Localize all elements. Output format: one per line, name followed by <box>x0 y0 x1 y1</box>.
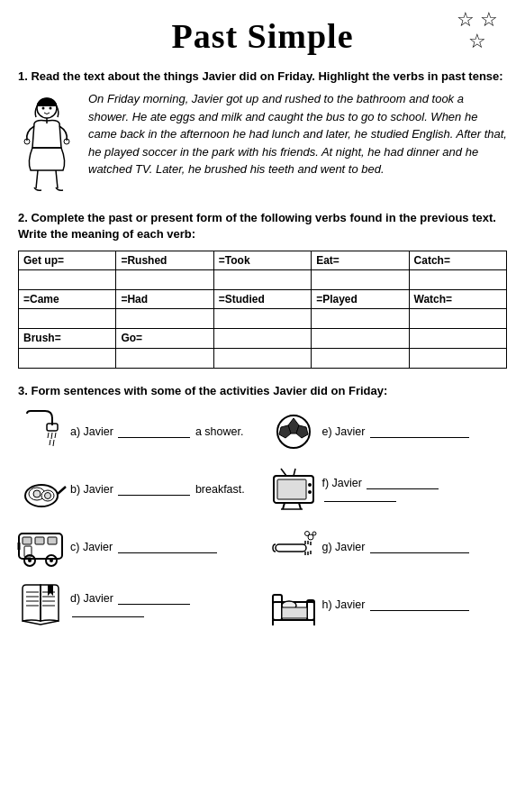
verb-answer-2-1[interactable] <box>19 308 116 328</box>
section2-label: 2. Complete the past or present form of … <box>18 210 507 242</box>
svg-point-52 <box>304 531 309 535</box>
svg-marker-17 <box>296 425 308 438</box>
activity-g-text: g) Javier <box>322 541 508 553</box>
page-header: ☆ ☆☆ Past Simple <box>18 9 507 56</box>
tv-icon <box>270 466 317 513</box>
verb-answer-3-1[interactable] <box>19 348 116 368</box>
verb-table: Get up= =Rushed =Took Eat= Catch= =Came … <box>18 251 507 369</box>
verb-header-11: Brush= <box>19 328 116 348</box>
svg-rect-36 <box>48 537 57 544</box>
svg-point-41 <box>50 559 53 562</box>
book-icon <box>18 581 65 628</box>
activity-f: f) Javier <box>270 466 508 513</box>
svg-rect-34 <box>23 537 32 544</box>
activity-f-text: f) Javier <box>322 477 508 502</box>
svg-line-12 <box>50 440 50 445</box>
svg-line-19 <box>58 487 66 494</box>
stars-decoration: ☆ ☆☆ <box>457 9 498 52</box>
activity-d-blank1[interactable] <box>118 592 190 605</box>
activity-a-blank[interactable] <box>118 425 190 438</box>
verb-header-6: =Came <box>19 289 116 308</box>
svg-point-51 <box>312 532 316 535</box>
verb-answer-1-2[interactable] <box>116 269 213 289</box>
svg-point-26 <box>308 483 312 487</box>
activity-g-blank[interactable] <box>370 541 469 553</box>
bed-icon <box>270 581 317 628</box>
svg-line-31 <box>281 469 286 476</box>
teeth-icon <box>270 524 317 570</box>
activity-h-text: h) Javier <box>322 598 508 611</box>
section-3: 3. Form sentences with some of the activ… <box>18 383 507 632</box>
svg-point-21 <box>33 490 41 497</box>
verb-header-12: Go= <box>116 328 213 348</box>
activity-f-blank2[interactable] <box>324 489 396 502</box>
bus-icon <box>18 524 65 570</box>
activity-h-blank[interactable] <box>370 598 469 611</box>
svg-rect-43 <box>276 544 306 552</box>
verb-header-10: Watch= <box>409 289 506 308</box>
svg-rect-62 <box>273 595 282 620</box>
activity-b: b) Javier breakfast. <box>18 466 256 513</box>
activity-g: g) Javier <box>270 524 508 570</box>
svg-line-6 <box>36 170 38 188</box>
activity-e: e) Javier <box>270 408 508 455</box>
verb-answer-2-5[interactable] <box>409 308 506 328</box>
section1-label: 1. Read the text about the things Javier… <box>18 68 507 85</box>
activity-c-blank[interactable] <box>118 541 217 553</box>
verb-answer-1-3[interactable] <box>213 269 311 289</box>
svg-point-39 <box>28 559 32 562</box>
verb-header-7: =Had <box>116 289 213 308</box>
verb-header-8: =Studied <box>213 289 311 308</box>
verb-answer-3-4[interactable] <box>312 328 409 348</box>
svg-point-2 <box>50 107 52 110</box>
story-text: On Friday morning, Javier got up and rus… <box>88 90 507 178</box>
svg-line-10 <box>51 433 52 439</box>
svg-point-27 <box>308 490 312 494</box>
svg-line-11 <box>55 433 56 438</box>
activity-b-text: b) Javier breakfast. <box>70 483 256 496</box>
activity-c: c) Javier <box>18 524 256 570</box>
svg-rect-25 <box>277 479 306 499</box>
svg-point-1 <box>42 107 45 110</box>
verb-answer-1-5[interactable] <box>409 269 506 289</box>
activity-b-blank[interactable] <box>118 483 190 496</box>
activity-d-text: d) Javier <box>70 592 256 617</box>
verb-answer-1-1[interactable] <box>19 269 116 289</box>
verb-header-5: Catch= <box>409 251 506 269</box>
activity-d-blank2[interactable] <box>72 605 144 617</box>
verb-answer-2-4[interactable] <box>312 308 409 328</box>
section-2: 2. Complete the past or present form of … <box>18 210 507 368</box>
verb-header-9: =Played <box>312 289 409 308</box>
svg-line-7 <box>56 170 58 188</box>
activity-f-blank1[interactable] <box>367 477 439 489</box>
activity-e-text: e) Javier <box>322 425 508 438</box>
activities-grid: a) Javier a shower. e) Javier <box>18 408 507 632</box>
verb-header-1: Get up= <box>19 251 116 269</box>
cartoon-figure <box>18 94 81 196</box>
shower-icon <box>18 408 65 455</box>
verb-answer-1-4[interactable] <box>312 269 409 289</box>
verb-answer-3-3[interactable] <box>213 328 311 348</box>
svg-line-29 <box>299 503 301 509</box>
activity-c-text: c) Javier <box>70 541 256 553</box>
verb-answer-2-2[interactable] <box>116 308 213 328</box>
svg-rect-35 <box>35 537 44 544</box>
section3-label: 3. Form sentences with some of the activ… <box>18 383 507 399</box>
verb-header-4: Eat= <box>312 251 409 269</box>
verb-answer-2-3[interactable] <box>213 308 311 328</box>
svg-line-32 <box>294 469 295 476</box>
page-title: Past Simple <box>18 16 507 56</box>
activity-e-blank[interactable] <box>370 425 469 438</box>
verb-answer-3-2[interactable] <box>116 348 213 368</box>
section1-content: On Friday morning, Javier got up and rus… <box>18 90 507 196</box>
verb-answer-3-5[interactable] <box>409 328 506 348</box>
verb-header-3: =Took <box>213 251 311 269</box>
section-1: 1. Read the text about the things Javier… <box>18 68 507 196</box>
activity-a-text: a) Javier a shower. <box>70 425 256 438</box>
svg-line-13 <box>53 440 54 446</box>
activity-h: h) Javier <box>270 581 508 628</box>
verb-header-2: =Rushed <box>116 251 213 269</box>
eggs-icon <box>18 466 65 513</box>
svg-line-28 <box>283 503 285 509</box>
soccer-icon <box>270 408 317 455</box>
